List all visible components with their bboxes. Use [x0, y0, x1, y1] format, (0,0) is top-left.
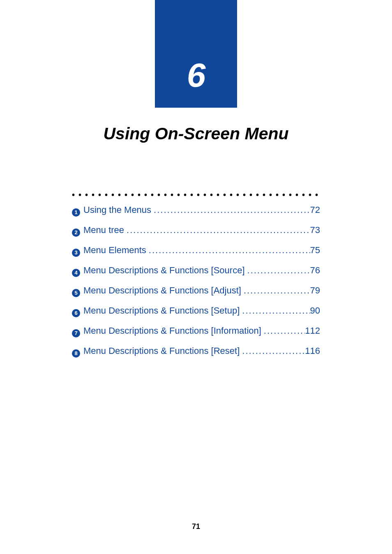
toc-label: Menu Descriptions & Functions [Adjust]: [83, 285, 241, 296]
bullet-icon: 4: [72, 269, 80, 277]
toc-label: Menu Elements: [83, 245, 146, 256]
toc-link-menu-desc-source[interactable]: 4 Menu Descriptions & Functions [Source]…: [72, 265, 320, 285]
toc-leader: ........................................…: [261, 325, 305, 336]
toc-page: 73: [310, 225, 320, 235]
toc-page: 112: [305, 325, 320, 336]
toc-page: 76: [310, 265, 320, 276]
toc-link-menu-desc-reset[interactable]: 8 Menu Descriptions & Functions [Reset] …: [72, 346, 320, 366]
page-number: 71: [0, 522, 392, 531]
toc-label: Menu Descriptions & Functions [Setup]: [83, 305, 240, 316]
chapter-number-box: 6: [155, 0, 237, 108]
toc-label: Menu tree: [83, 225, 124, 235]
divider-dots-glyphs: ••••••••••••••••••••••••••••••••••••••••…: [72, 194, 320, 196]
toc-link-menu-elements[interactable]: 3 Menu Elements ........................…: [72, 245, 320, 265]
toc-leader: ........................................…: [146, 245, 310, 256]
toc-label: Menu Descriptions & Functions [Reset]: [83, 346, 240, 356]
bullet-icon: 2: [72, 229, 80, 237]
bullet-icon: 7: [72, 329, 80, 337]
toc-link-menu-tree[interactable]: 2 Menu tree ............................…: [72, 225, 320, 245]
toc-leader: ........................................…: [124, 225, 310, 235]
toc-label: Menu Descriptions & Functions [Informati…: [83, 325, 261, 336]
toc-link-using-the-menus[interactable]: 1 Using the Menus ......................…: [72, 205, 320, 225]
toc-link-menu-desc-information[interactable]: 7 Menu Descriptions & Functions [Informa…: [72, 325, 320, 346]
bullet-icon: 5: [72, 289, 80, 297]
toc-page: 90: [310, 305, 320, 316]
toc-label: Using the Menus: [83, 205, 151, 215]
chapter-number: 6: [187, 58, 205, 92]
bullet-icon: 8: [72, 349, 80, 358]
toc-link-menu-desc-setup[interactable]: 6 Menu Descriptions & Functions [Setup] …: [72, 305, 320, 325]
divider-dots: ••••••••••••••••••••••••••••••••••••••••…: [72, 194, 320, 196]
toc-leader: ........................................…: [245, 265, 310, 276]
toc-label: Menu Descriptions & Functions [Source]: [83, 265, 245, 276]
toc-leader: ........................................…: [240, 346, 305, 356]
toc-leader: ........................................…: [151, 205, 310, 215]
bullet-icon: 6: [72, 309, 80, 317]
bullet-icon: 1: [72, 208, 80, 217]
chapter-title: Using On-Screen Menu: [0, 124, 392, 143]
toc-link-menu-desc-adjust[interactable]: 5 Menu Descriptions & Functions [Adjust]…: [72, 285, 320, 305]
page: 6 Using On-Screen Menu •••••••••••••••••…: [0, 0, 392, 554]
toc: 1 Using the Menus ......................…: [72, 205, 320, 366]
toc-page: 116: [305, 346, 320, 356]
toc-leader: ........................................…: [241, 285, 310, 296]
toc-page: 75: [310, 245, 320, 256]
toc-page: 72: [310, 205, 320, 215]
bullet-icon: 3: [72, 249, 80, 257]
toc-page: 79: [310, 285, 320, 296]
toc-leader: ........................................…: [240, 305, 310, 316]
